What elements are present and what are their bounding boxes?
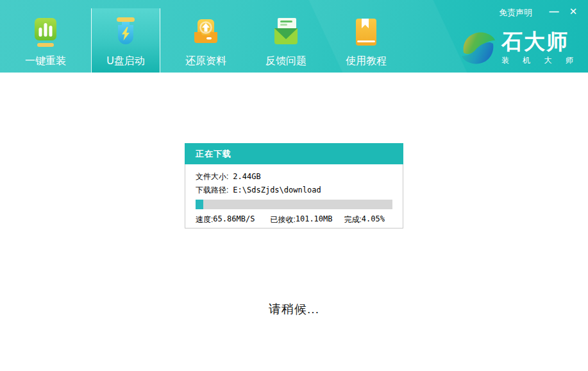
file-size-row: 文件大小: 2.44GB [196, 170, 392, 184]
dialog-title: 正在下载 [185, 143, 403, 164]
received-label: 已接收: [270, 214, 295, 225]
tab-usb-boot[interactable]: U盘启动 [91, 8, 160, 73]
dialog-body: 文件大小: 2.44GB 下载路径: E:\SdsZjds\download 速… [185, 164, 403, 229]
tab-restore-data[interactable]: 还原资料 [171, 8, 240, 73]
file-size-label: 文件大小: [196, 170, 228, 184]
speed-label: 速度: [196, 214, 213, 225]
download-dialog: 正在下载 文件大小: 2.44GB 下载路径: E:\SdsZjds\downl… [185, 143, 403, 229]
download-stats: 速度: 65.86MB/S 已接收: 101.10MB 完成: 4.05% [196, 214, 392, 225]
received-value: 101.10MB [296, 214, 333, 225]
brand-name: 石大师 [501, 30, 579, 53]
progress-fill [196, 200, 203, 209]
tab-tutorial[interactable]: 使用教程 [332, 8, 401, 73]
tab-label: 一键重装 [25, 55, 66, 68]
minimize-button[interactable]: — [546, 4, 562, 19]
tab-label: 使用教程 [346, 55, 387, 68]
please-wait-text: 请稍候... [0, 301, 588, 318]
speed-value: 65.86MB/S [213, 214, 255, 225]
close-button[interactable]: ✕ [565, 4, 582, 19]
download-path-label: 下载路径: [196, 184, 228, 197]
disclaimer-link[interactable]: 免责声明 [499, 7, 532, 19]
feedback-mail-icon [269, 16, 303, 49]
tab-label: U盘启动 [106, 55, 145, 68]
brand-text: 石大师 装 机 大 师 [501, 30, 579, 66]
completed-stat: 完成: 4.05% [344, 214, 385, 225]
tutorial-book-icon [349, 16, 383, 49]
app-window: 一键重装 U盘启动 [0, 0, 588, 371]
tab-onekey-reinstall[interactable]: 一键重装 [11, 8, 80, 73]
completed-value: 4.05% [362, 214, 385, 225]
progress-bar [196, 200, 392, 209]
usb-drive-icon [109, 16, 142, 49]
download-path-row: 下载路径: E:\SdsZjds\download [196, 184, 392, 197]
restore-data-icon [189, 16, 223, 49]
bar-chart-icon [29, 16, 62, 49]
brand-logo: 石大师 装 机 大 师 [459, 28, 579, 68]
received-stat: 已接收: 101.10MB [270, 214, 332, 225]
brand-subtitle: 装 机 大 师 [501, 55, 579, 66]
tab-label: 反馈问题 [265, 55, 307, 68]
completed-label: 完成: [344, 214, 362, 225]
header: 一键重装 U盘启动 [0, 0, 588, 73]
tab-feedback[interactable]: 反馈问题 [251, 8, 321, 73]
tab-label: 还原资料 [185, 55, 226, 68]
file-size-value: 2.44GB [233, 170, 260, 184]
swirl-leaf-logo-icon [459, 28, 498, 68]
tab-bar: 一键重装 U盘启动 [11, 0, 412, 73]
speed-stat: 速度: 65.86MB/S [196, 214, 255, 225]
download-path-value: E:\SdsZjds\download [233, 184, 321, 197]
